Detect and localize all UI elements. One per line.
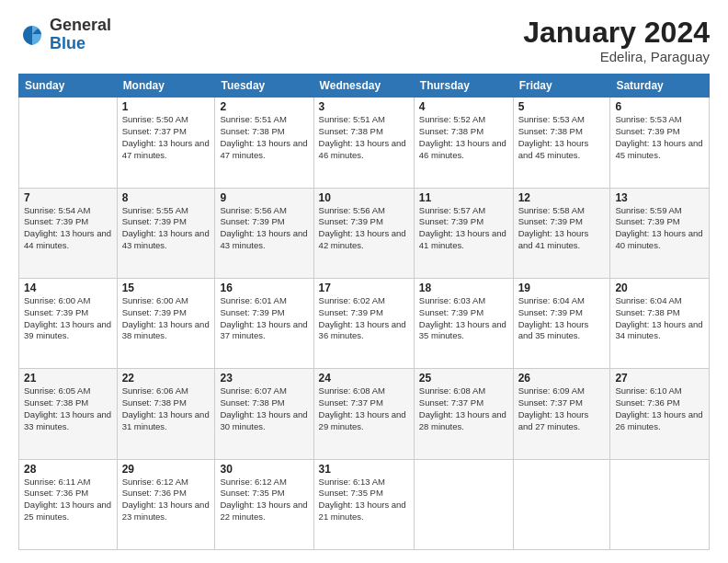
month-title: January 2024	[523, 17, 710, 49]
daylight-text: Daylight: 13 hours and 23 minutes.	[122, 500, 210, 522]
day-info: Sunrise: 5:56 AMSunset: 7:39 PMDaylight:…	[319, 205, 409, 252]
day-info: Sunrise: 6:03 AMSunset: 7:39 PMDaylight:…	[419, 295, 508, 342]
day-number: 9	[220, 191, 308, 204]
day-info: Sunrise: 5:58 AMSunset: 7:39 PMDaylight:…	[518, 205, 606, 252]
header-wednesday: Wednesday	[313, 75, 414, 98]
day-info: Sunrise: 6:09 AMSunset: 7:37 PMDaylight:…	[518, 385, 606, 432]
day-info: Sunrise: 6:12 AMSunset: 7:36 PMDaylight:…	[122, 477, 210, 523]
day-number: 1	[122, 100, 210, 113]
sunrise-text: Sunrise: 6:00 AM	[24, 295, 90, 305]
sunrise-text: Sunrise: 6:07 AM	[220, 385, 286, 396]
day-number: 14	[24, 282, 112, 294]
sunrise-text: Sunrise: 6:06 AM	[122, 385, 188, 396]
sunrise-text: Sunrise: 6:08 AM	[419, 385, 485, 396]
calendar-week-row: 21Sunrise: 6:05 AMSunset: 7:38 PMDayligh…	[19, 369, 710, 459]
sunset-text: Sunset: 7:38 PM	[220, 397, 284, 408]
sunset-text: Sunset: 7:39 PM	[615, 216, 679, 226]
table-row: 11Sunrise: 5:57 AMSunset: 7:39 PMDayligh…	[414, 188, 513, 278]
table-row: 12Sunrise: 5:58 AMSunset: 7:39 PMDayligh…	[513, 188, 610, 278]
table-row: 8Sunrise: 5:55 AMSunset: 7:39 PMDaylight…	[117, 188, 215, 278]
day-number: 23	[220, 372, 308, 385]
daylight-text: Daylight: 13 hours and 43 minutes.	[220, 228, 307, 250]
sunrise-text: Sunrise: 6:02 AM	[319, 295, 385, 305]
day-number: 2	[220, 100, 308, 113]
daylight-text: Daylight: 13 hours and 42 minutes.	[319, 228, 406, 250]
daylight-text: Daylight: 13 hours and 38 minutes.	[122, 319, 210, 341]
table-row: 28Sunrise: 6:11 AMSunset: 7:36 PMDayligh…	[19, 459, 118, 549]
sunrise-text: Sunrise: 6:03 AM	[419, 295, 485, 305]
calendar-week-row: 1Sunrise: 5:50 AMSunset: 7:37 PMDaylight…	[19, 98, 710, 188]
table-row: 3Sunrise: 5:51 AMSunset: 7:38 PMDaylight…	[313, 98, 414, 188]
sunrise-text: Sunrise: 6:12 AM	[122, 477, 188, 487]
logo-icon	[18, 21, 46, 49]
sunrise-text: Sunrise: 6:09 AM	[518, 385, 585, 396]
day-number: 8	[122, 191, 210, 204]
table-row: 14Sunrise: 6:00 AMSunset: 7:39 PMDayligh…	[19, 278, 118, 368]
daylight-text: Daylight: 13 hours and 41 minutes.	[419, 228, 506, 250]
table-row: 22Sunrise: 6:06 AMSunset: 7:38 PMDayligh…	[117, 369, 215, 459]
sunset-text: Sunset: 7:36 PM	[615, 397, 679, 408]
sunrise-text: Sunrise: 6:04 AM	[615, 295, 681, 305]
weekday-header-row: Sunday Monday Tuesday Wednesday Thursday…	[19, 75, 710, 98]
table-row: 20Sunrise: 6:04 AMSunset: 7:38 PMDayligh…	[610, 278, 710, 368]
day-number: 3	[319, 100, 409, 113]
table-row: 9Sunrise: 5:56 AMSunset: 7:39 PMDaylight…	[215, 188, 313, 278]
daylight-text: Daylight: 13 hours and 28 minutes.	[419, 409, 506, 431]
header: General Blue January 2024 Edelira, Parag…	[18, 17, 710, 64]
daylight-text: Daylight: 13 hours and 35 minutes.	[518, 319, 589, 341]
calendar-week-row: 28Sunrise: 6:11 AMSunset: 7:36 PMDayligh…	[19, 459, 710, 549]
table-row: 1Sunrise: 5:50 AMSunset: 7:37 PMDaylight…	[117, 98, 215, 188]
title-block: January 2024 Edelira, Paraguay	[523, 17, 710, 64]
table-row: 16Sunrise: 6:01 AMSunset: 7:39 PMDayligh…	[215, 278, 313, 368]
sunrise-text: Sunrise: 5:53 AM	[518, 114, 585, 124]
sunset-text: Sunset: 7:38 PM	[615, 307, 679, 317]
day-number: 21	[24, 372, 112, 385]
table-row: 26Sunrise: 6:09 AMSunset: 7:37 PMDayligh…	[513, 369, 610, 459]
day-info: Sunrise: 5:54 AMSunset: 7:39 PMDaylight:…	[24, 205, 112, 252]
daylight-text: Daylight: 13 hours and 41 minutes.	[518, 228, 589, 250]
sunrise-text: Sunrise: 6:10 AM	[615, 385, 681, 396]
day-number: 19	[518, 282, 606, 294]
daylight-text: Daylight: 13 hours and 40 minutes.	[615, 228, 702, 250]
table-row: 31Sunrise: 6:13 AMSunset: 7:35 PMDayligh…	[313, 459, 414, 549]
sunrise-text: Sunrise: 5:56 AM	[319, 205, 385, 215]
daylight-text: Daylight: 13 hours and 31 minutes.	[122, 409, 210, 431]
table-row	[513, 459, 610, 549]
sunset-text: Sunset: 7:39 PM	[122, 216, 187, 226]
daylight-text: Daylight: 13 hours and 37 minutes.	[220, 319, 307, 341]
table-row: 2Sunrise: 5:51 AMSunset: 7:38 PMDaylight…	[215, 98, 313, 188]
day-number: 7	[24, 191, 112, 204]
sunset-text: Sunset: 7:39 PM	[419, 216, 483, 226]
table-row: 29Sunrise: 6:12 AMSunset: 7:36 PMDayligh…	[117, 459, 215, 549]
page: General Blue January 2024 Edelira, Parag…	[0, 0, 728, 563]
daylight-text: Daylight: 13 hours and 47 minutes.	[220, 138, 307, 160]
daylight-text: Daylight: 13 hours and 30 minutes.	[220, 409, 307, 431]
sunset-text: Sunset: 7:39 PM	[518, 216, 583, 226]
sunrise-text: Sunrise: 5:51 AM	[220, 114, 286, 124]
table-row: 15Sunrise: 6:00 AMSunset: 7:39 PMDayligh…	[117, 278, 215, 368]
day-number: 31	[319, 463, 409, 476]
sunrise-text: Sunrise: 6:11 AM	[24, 477, 90, 487]
table-row: 27Sunrise: 6:10 AMSunset: 7:36 PMDayligh…	[610, 369, 710, 459]
daylight-text: Daylight: 13 hours and 43 minutes.	[122, 228, 210, 250]
daylight-text: Daylight: 13 hours and 45 minutes.	[518, 138, 589, 160]
logo-blue-text: Blue	[50, 35, 111, 53]
sunrise-text: Sunrise: 6:00 AM	[122, 295, 188, 305]
header-monday: Monday	[117, 75, 215, 98]
daylight-text: Daylight: 13 hours and 33 minutes.	[24, 409, 111, 431]
day-info: Sunrise: 6:08 AMSunset: 7:37 PMDaylight:…	[419, 385, 508, 432]
sunset-text: Sunset: 7:38 PM	[319, 126, 383, 136]
table-row: 30Sunrise: 6:12 AMSunset: 7:35 PMDayligh…	[215, 459, 313, 549]
daylight-text: Daylight: 13 hours and 47 minutes.	[122, 138, 210, 160]
logo: General Blue	[18, 17, 111, 53]
sunrise-text: Sunrise: 5:51 AM	[319, 114, 385, 124]
sunset-text: Sunset: 7:37 PM	[319, 397, 383, 408]
day-info: Sunrise: 5:53 AMSunset: 7:39 PMDaylight:…	[615, 114, 704, 161]
table-row	[610, 459, 710, 549]
day-info: Sunrise: 6:07 AMSunset: 7:38 PMDaylight:…	[220, 385, 308, 432]
header-thursday: Thursday	[414, 75, 513, 98]
day-info: Sunrise: 6:00 AMSunset: 7:39 PMDaylight:…	[122, 295, 210, 342]
sunset-text: Sunset: 7:39 PM	[220, 216, 284, 226]
day-number: 11	[419, 191, 508, 204]
day-info: Sunrise: 5:50 AMSunset: 7:37 PMDaylight:…	[122, 114, 210, 161]
